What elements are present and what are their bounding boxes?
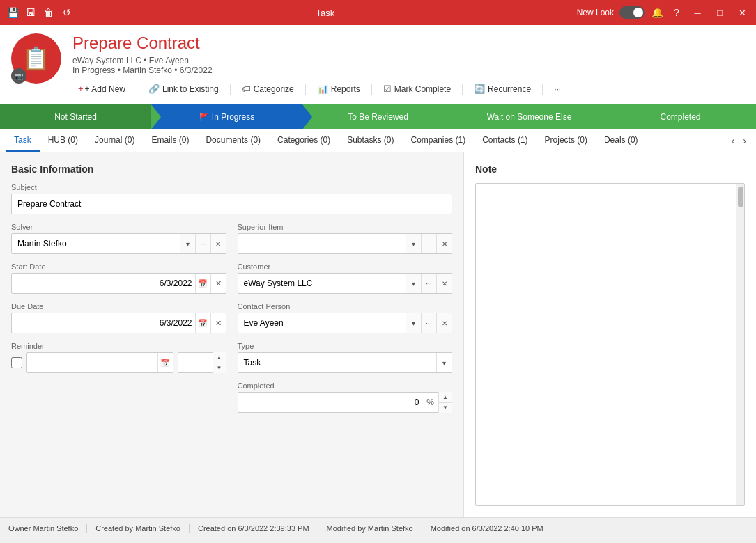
maximize-button[interactable]: □ — [711, 4, 728, 21]
subject-group: Subject — [11, 183, 452, 214]
start-date-label: Start Date — [11, 262, 226, 271]
start-date-clear-btn[interactable]: ✕ — [210, 274, 226, 293]
save-icon[interactable]: 💾 — [6, 6, 20, 19]
solver-more-btn[interactable]: ··· — [195, 234, 210, 253]
solver-dropdown-btn[interactable]: ▾ — [180, 234, 195, 253]
solver-link[interactable]: Martin Stefko — [123, 65, 172, 75]
customer-more-btn[interactable]: ··· — [421, 274, 436, 293]
footer-modified-on: Modified on 6/3/2022 2:40:10 PM — [422, 524, 552, 533]
due-date-field: 6/3/2022 📅 ✕ — [11, 313, 226, 333]
contact-link[interactable]: Eve Ayeen — [149, 56, 189, 65]
reports-button[interactable]: 📊 Reports — [311, 81, 366, 97]
contact-person-more-btn[interactable]: ··· — [421, 313, 436, 333]
completed-suffix: % — [422, 398, 438, 407]
tab-journal[interactable]: Journal (0) — [86, 129, 143, 152]
company-link[interactable]: eWay System LLC — [72, 56, 141, 65]
due-date-value: 6/3/2022 — [12, 318, 195, 328]
superior-dropdown-btn[interactable]: ▾ — [406, 234, 421, 253]
completed-down-btn[interactable]: ▼ — [439, 403, 452, 414]
plus-icon: + — [78, 84, 84, 94]
superior-add-btn[interactable]: + — [421, 234, 436, 253]
tab-hub[interactable]: HUB (0) — [40, 129, 86, 152]
tab-documents[interactable]: Documents (0) — [197, 129, 269, 152]
reminder-group: Reminder 📅 ▲ ▼ — [11, 342, 226, 373]
customer-clear-btn[interactable]: ✕ — [436, 274, 452, 293]
flag-icon: 🚩 — [199, 113, 209, 122]
status-badge: In Progress — [72, 65, 115, 75]
type-field[interactable]: Task ▾ — [238, 352, 453, 373]
start-date-group: Start Date 6/3/2022 📅 ✕ — [11, 262, 226, 294]
note-textarea[interactable] — [476, 184, 736, 505]
tab-categories[interactable]: Categories (0) — [269, 129, 339, 152]
completed-value: 0 — [238, 398, 422, 407]
step-wait-on-someone[interactable]: Wait on Someone Else — [454, 104, 605, 129]
due-date-label: Due Date — [11, 302, 226, 310]
customer-dropdown-btn[interactable]: ▾ — [406, 274, 421, 293]
step-in-progress[interactable]: 🚩 In Progress — [151, 104, 302, 129]
completed-row: Completed 0 % ▲ ▼ — [11, 381, 452, 413]
close-button[interactable]: ✕ — [734, 4, 750, 21]
contact-person-clear-btn[interactable]: ✕ — [436, 313, 452, 333]
step-completed[interactable]: Completed — [605, 104, 756, 129]
mark-complete-button[interactable]: ☑ Mark Complete — [378, 81, 456, 97]
due-date-clear-btn[interactable]: ✕ — [210, 313, 226, 333]
start-date-calendar-btn[interactable]: 📅 — [195, 274, 210, 293]
subject-input[interactable] — [11, 194, 452, 214]
chart-icon: 📊 — [317, 84, 328, 94]
categorize-button[interactable]: 🏷 Categorize — [236, 81, 300, 97]
reminder-time-up-btn[interactable]: ▲ — [213, 352, 226, 363]
header-actions: + + Add New 🔗 Link to Existing 🏷 Categor… — [72, 81, 745, 97]
due-date-group: Due Date 6/3/2022 📅 ✕ — [11, 302, 226, 333]
tab-companies[interactable]: Companies (1) — [403, 129, 475, 152]
contact-person-label: Contact Person — [238, 302, 453, 310]
save-all-icon[interactable]: 🖫 — [24, 6, 38, 19]
reminder-checkbox[interactable] — [11, 357, 22, 368]
title-bar-right-controls: New Look 🔔 ? ─ □ ✕ — [577, 4, 750, 21]
new-look-label: New Look — [577, 8, 614, 17]
help-icon[interactable]: ? — [670, 6, 684, 19]
tab-projects[interactable]: Projects (0) — [537, 129, 596, 152]
contact-person-value: Eve Ayeen — [238, 318, 406, 328]
divider-5 — [462, 84, 463, 95]
contact-person-dropdown-btn[interactable]: ▾ — [406, 313, 421, 333]
completed-group: Completed 0 % ▲ ▼ — [232, 381, 453, 413]
avatar-camera-button[interactable]: 📷 — [11, 68, 26, 84]
link-icon: 🔗 — [148, 84, 160, 94]
minimize-button[interactable]: ─ — [689, 4, 706, 21]
reminder-time-down-btn[interactable]: ▼ — [213, 363, 226, 374]
tab-emails[interactable]: Emails (0) — [143, 129, 197, 152]
customer-field: eWay System LLC ▾ ··· ✕ — [238, 273, 453, 294]
tab-nav-prev[interactable]: ‹ — [727, 132, 739, 149]
tab-deals[interactable]: Deals (0) — [596, 129, 647, 152]
superior-item-field: ▾ + ✕ — [238, 233, 453, 254]
refresh-icon[interactable]: ↺ — [60, 6, 74, 19]
solver-clear-btn[interactable]: ✕ — [210, 234, 226, 253]
tab-contacts[interactable]: Contacts (1) — [474, 129, 536, 152]
type-group: Type Task ▾ — [238, 342, 453, 373]
completed-up-btn[interactable]: ▲ — [439, 392, 452, 403]
superior-clear-btn[interactable]: ✕ — [436, 234, 452, 253]
recurrence-icon: 🔄 — [474, 84, 485, 94]
new-look-toggle[interactable] — [619, 6, 645, 19]
reminder-label: Reminder — [11, 342, 226, 350]
contact-person-field: Eve Ayeen ▾ ··· ✕ — [238, 313, 453, 333]
tab-task[interactable]: Task — [6, 129, 40, 152]
solver-field: Martin Stefko ▾ ··· ✕ — [11, 233, 226, 254]
reminder-calendar-btn[interactable]: 📅 — [157, 353, 173, 372]
basic-info-panel: Basic Information Subject Solver Martin … — [0, 152, 463, 517]
add-new-button[interactable]: + + Add New — [72, 81, 131, 97]
step-not-started[interactable]: Not Started — [0, 104, 151, 129]
divider-1 — [137, 84, 137, 95]
notifications-icon[interactable]: 🔔 — [650, 6, 664, 19]
due-date-calendar-btn[interactable]: 📅 — [195, 313, 210, 333]
note-scrollbar[interactable] — [736, 184, 744, 505]
recurrence-button[interactable]: 🔄 Recurrence — [468, 81, 537, 97]
note-scroll-thumb — [738, 187, 743, 207]
more-button[interactable]: ··· — [548, 81, 566, 97]
type-label: Type — [238, 342, 453, 350]
tab-nav-next[interactable]: › — [739, 132, 750, 149]
link-to-existing-button[interactable]: 🔗 Link to Existing — [143, 81, 224, 97]
delete-icon[interactable]: 🗑 — [42, 6, 56, 19]
tab-subtasks[interactable]: Subtasks (0) — [339, 129, 402, 152]
step-to-be-reviewed[interactable]: To Be Reviewed — [302, 104, 454, 129]
